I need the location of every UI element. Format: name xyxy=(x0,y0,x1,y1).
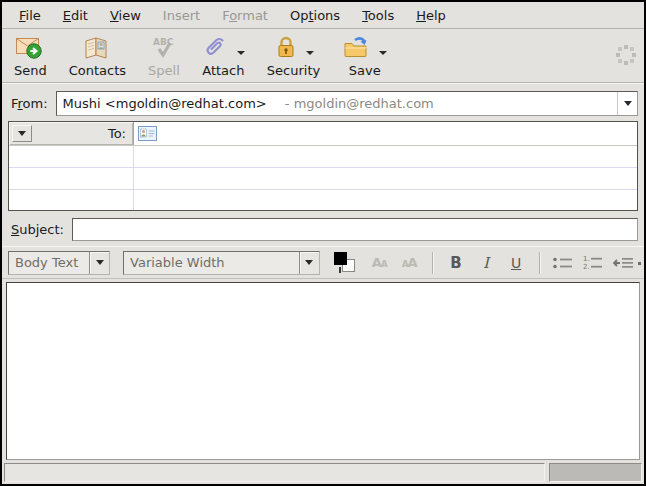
subject-row: Subject: xyxy=(8,218,638,241)
bullet-list-button[interactable] xyxy=(550,250,576,276)
menu-options[interactable]: Options xyxy=(279,4,351,27)
throbber-icon xyxy=(624,53,628,57)
save-button[interactable]: Save xyxy=(336,32,393,80)
italic-icon: I xyxy=(483,254,489,272)
menu-edit[interactable]: Edit xyxy=(52,4,99,27)
menu-label: Format xyxy=(222,8,268,23)
toolbar-button-label: Contacts xyxy=(69,63,126,78)
recipient-type-cell[interactable] xyxy=(9,168,134,189)
security-button[interactable]: Security xyxy=(261,32,326,80)
paragraph-style-arrow-button[interactable] xyxy=(89,252,109,274)
menu-view[interactable]: View xyxy=(99,4,152,27)
menu-label: Options xyxy=(290,8,340,23)
svg-text:1.: 1. xyxy=(583,255,590,263)
outdent-button[interactable] xyxy=(610,250,636,276)
recipient-empty-row[interactable] xyxy=(9,146,637,168)
status-message-panel xyxy=(4,463,545,482)
subject-input[interactable] xyxy=(72,218,638,241)
bold-icon: B xyxy=(450,254,461,272)
recipient-input-cell[interactable] xyxy=(134,146,637,167)
menu-label: View xyxy=(110,8,141,23)
foreground-color-swatch[interactable] xyxy=(334,252,347,265)
menu-label: Insert xyxy=(163,8,200,23)
format-toolbar: Body Text Variable Width AA AA B I U xyxy=(2,246,644,279)
font-arrow-button[interactable] xyxy=(299,252,319,274)
from-combo-arrow-button[interactable] xyxy=(617,92,637,115)
from-identity-select[interactable]: Mushi <mgoldin@redhat.com> - mgoldin@red… xyxy=(56,91,638,116)
italic-button[interactable]: I xyxy=(473,250,499,276)
underline-button[interactable]: U xyxy=(503,250,529,276)
attach-button[interactable]: Attach xyxy=(196,32,251,80)
recipient-input-cell[interactable] xyxy=(134,122,637,145)
recipient-type-cell[interactable] xyxy=(9,190,134,210)
text-color-picker[interactable] xyxy=(334,252,355,274)
save-dropdown-arrow-icon[interactable] xyxy=(379,51,387,55)
recipient-row: To: xyxy=(9,122,637,146)
color-swatch-tick xyxy=(339,267,341,273)
recipient-type-button[interactable] xyxy=(12,125,32,142)
decrease-font-icon: AA xyxy=(372,255,387,270)
font-value: Variable Width xyxy=(124,255,299,270)
send-icon xyxy=(15,35,45,61)
security-icon xyxy=(273,35,299,61)
outdent-icon xyxy=(611,255,635,271)
addressing-grid: To: xyxy=(8,121,638,211)
subject-label: Subject: xyxy=(8,222,72,237)
menu-file[interactable]: File xyxy=(8,4,52,27)
toolbar-separator xyxy=(539,252,540,274)
bold-button[interactable]: B xyxy=(443,250,469,276)
menu-label: Tools xyxy=(362,8,394,23)
recipient-type-cell[interactable] xyxy=(9,146,134,167)
font-select[interactable]: Variable Width xyxy=(123,251,320,275)
recipient-empty-row[interactable] xyxy=(9,190,637,210)
menu-insert: Insert xyxy=(152,4,211,27)
bullet-list-icon xyxy=(552,255,574,271)
contacts-icon xyxy=(82,35,112,61)
recipient-type-cell[interactable]: To: xyxy=(9,122,134,145)
spell-button: ABC Spell xyxy=(142,32,186,80)
toolbar-button-label: Save xyxy=(349,63,381,78)
paragraph-style-value: Body Text xyxy=(9,255,89,270)
toolbar-button-label: Attach xyxy=(202,63,244,78)
numbered-list-button[interactable]: 1. 2. xyxy=(580,250,606,276)
recipient-input-cell[interactable] xyxy=(134,168,637,189)
menu-tools[interactable]: Tools xyxy=(351,4,405,27)
recipient-input-cell[interactable] xyxy=(134,190,637,210)
toolbar-button-label: Spell xyxy=(148,63,180,78)
security-dropdown-arrow-icon[interactable] xyxy=(306,51,314,55)
toolbar-button-label: Send xyxy=(14,63,47,78)
menu-label: Edit xyxy=(63,8,88,23)
chevron-down-icon xyxy=(96,260,104,265)
recipient-empty-row[interactable] xyxy=(9,168,637,190)
spell-icon: ABC xyxy=(149,35,179,61)
spell-abc-text: ABC xyxy=(153,37,174,47)
increase-font-size-button: AA xyxy=(396,250,422,276)
menubar: File Edit View Insert Format Options Too… xyxy=(2,2,644,29)
attach-dropdown-arrow-icon[interactable] xyxy=(237,51,245,55)
decrease-font-size-button: AA xyxy=(366,250,392,276)
increase-font-icon: AA xyxy=(402,255,417,270)
menu-help[interactable]: Help xyxy=(405,4,457,27)
recipient-type-label: To: xyxy=(36,126,129,141)
chevron-down-icon xyxy=(305,260,313,265)
menu-label: Help xyxy=(416,8,446,23)
menu-label: File xyxy=(19,8,41,23)
from-identity-value: Mushi <mgoldin@redhat.com> - mgoldin@red… xyxy=(57,96,617,111)
message-body[interactable] xyxy=(6,282,640,460)
paragraph-style-select[interactable]: Body Text xyxy=(8,251,110,275)
contact-card-icon xyxy=(138,126,157,141)
main-toolbar: Send Contacts ABC xyxy=(2,29,644,83)
chevron-down-icon xyxy=(624,101,632,106)
toolbar-button-label: Security xyxy=(267,63,320,78)
statusbar xyxy=(2,462,644,484)
attach-icon xyxy=(202,35,230,61)
from-identity-email: - mgoldin@redhat.com xyxy=(285,96,434,111)
toolbar-separator xyxy=(432,252,433,274)
send-button[interactable]: Send xyxy=(8,32,53,80)
contacts-button[interactable]: Contacts xyxy=(63,32,132,80)
progress-indicator xyxy=(549,463,642,482)
menu-format: Format xyxy=(211,4,279,27)
from-label: From: xyxy=(8,96,56,111)
chevron-down-icon xyxy=(18,131,26,136)
from-identity-name: Mushi <mgoldin@redhat.com> xyxy=(63,96,267,111)
